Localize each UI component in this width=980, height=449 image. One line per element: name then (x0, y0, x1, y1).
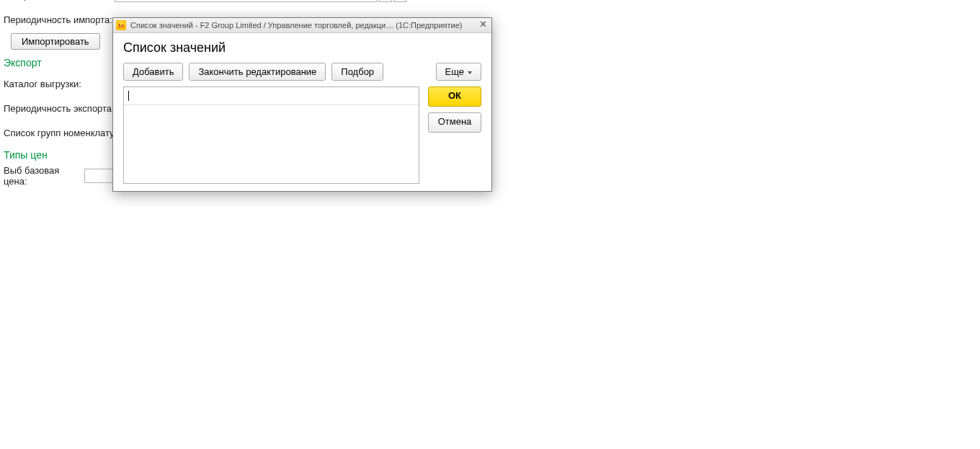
contragent-clear-button[interactable] (393, 0, 406, 2)
base-price-label: Выб базовая цена: (4, 165, 84, 187)
nomenclature-groups-label: Список групп номенклату (4, 128, 115, 138)
dialog-body: Список значений Добавить Закончить редак… (113, 33, 491, 191)
more-button[interactable]: Еще (436, 63, 481, 81)
close-icon[interactable]: ✕ (477, 20, 489, 30)
dialog-title-text: Список значений - F2 Group Limited / Упр… (130, 21, 477, 30)
text-caret-icon (128, 91, 129, 101)
add-button[interactable]: Добавить (123, 63, 183, 81)
pick-button[interactable]: Подбор (331, 63, 383, 81)
import-button[interactable]: Импортировать (11, 33, 100, 50)
import-period-label: Периодичность импорта: (4, 14, 115, 25)
ok-button[interactable]: ОК (428, 86, 481, 107)
value-list-box[interactable] (123, 86, 419, 184)
value-list-edit-row[interactable] (124, 87, 419, 105)
dialog-heading: Список значений (123, 40, 481, 55)
value-list-dialog: 1с Список значений - F2 Group Limited / … (112, 17, 492, 192)
export-catalog-label: Каталог выгрузки: (4, 79, 115, 89)
dialog-titlebar[interactable]: 1с Список значений - F2 Group Limited / … (113, 18, 491, 33)
finish-editing-button[interactable]: Закончить редактирование (189, 63, 326, 81)
contragent-input[interactable] (115, 0, 378, 2)
app-1c-icon: 1с (116, 20, 126, 30)
contragent-label: Контрагент: (4, 0, 115, 1)
contragent-open-button[interactable] (379, 0, 392, 2)
dialog-toolbar: Добавить Закончить редактирование Подбор… (123, 63, 481, 81)
export-period-label: Периодичность экспорта (4, 103, 112, 114)
cancel-button[interactable]: Отмена (428, 112, 481, 133)
